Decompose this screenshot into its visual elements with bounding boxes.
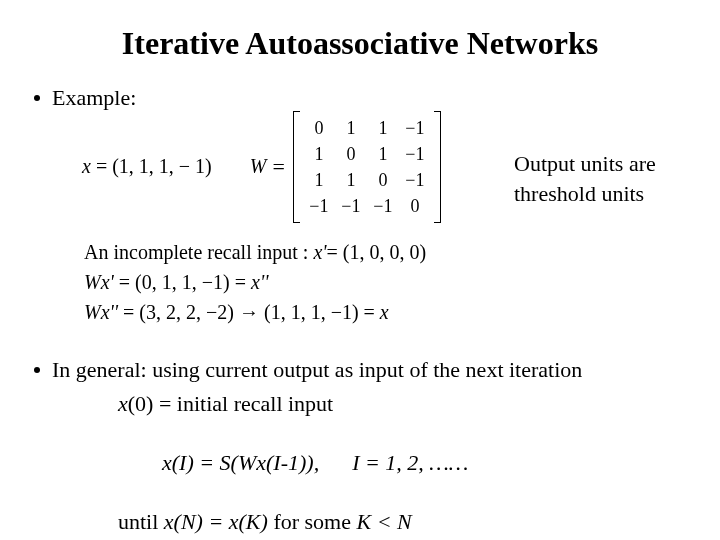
sub-l3-c: for some <box>268 509 357 534</box>
side-note: Output units are threshold units <box>514 149 714 208</box>
matrix-cell: −1 <box>335 193 367 219</box>
sub-line3: until x(N) = x(K) for some K < N <box>118 507 686 537</box>
x-var: x <box>82 155 91 177</box>
general-sublines: x(0) = initial recall input x(I) = S(Wx(… <box>118 389 686 537</box>
w-matrix-body: 011−1101−1110−1−1−1−10 <box>301 111 433 223</box>
sub-l1-b: (0) = initial recall input <box>128 391 333 416</box>
bullet-dot-icon <box>34 95 40 101</box>
matrix-cell: 1 <box>335 115 367 141</box>
bullet-example-text: Example: <box>52 83 136 113</box>
matrix-cell: 1 <box>367 115 399 141</box>
recall-l3-b: = (3, 2, 2, −2) → (1, 1, 1, −1) = <box>118 301 380 323</box>
side-note-line2: threshold units <box>514 179 714 209</box>
recall-line3: Wx'' = (3, 2, 2, −2) → (1, 1, 1, −1) = x <box>84 297 686 327</box>
recall-l1-var: x' <box>313 241 326 263</box>
recall-l2-c: x'' <box>251 271 268 293</box>
matrix-cell: 0 <box>399 193 431 219</box>
matrix-cell: −1 <box>399 167 431 193</box>
bullet-dot-icon <box>34 367 40 373</box>
slide-title: Iterative Autoassociative Networks <box>34 22 686 65</box>
recall-block: An incomplete recall input : x'= (1, 0, … <box>84 237 686 327</box>
matrix-cell: 1 <box>303 141 335 167</box>
w-matrix-eq: W = 011−1101−1110−1−1−1−10 <box>250 111 443 223</box>
matrix-cell: −1 <box>367 193 399 219</box>
recall-l1-rest: = (1, 0, 0, 0) <box>327 241 427 263</box>
recall-l2-a: Wx' <box>84 271 114 293</box>
sub-line1: x(0) = initial recall input <box>118 389 686 419</box>
matrix-cell: −1 <box>399 141 431 167</box>
bullet-example: Example: <box>34 83 686 113</box>
recall-l3-c: x <box>380 301 389 323</box>
bullet-general: In general: using current output as inpu… <box>34 355 686 385</box>
bullet-general-text: In general: using current output as inpu… <box>52 355 582 385</box>
sub-l3-d: K < N <box>356 509 411 534</box>
sub-l3-a: until <box>118 509 164 534</box>
matrix-cell: −1 <box>303 193 335 219</box>
matrix-cell: 0 <box>303 115 335 141</box>
right-bracket-icon <box>433 111 443 223</box>
x-vector-eq: x = (1, 1, 1, − 1) <box>82 153 212 180</box>
matrix-cell: 1 <box>303 167 335 193</box>
recall-l2-b: = (0, 1, 1, −1) = <box>114 271 251 293</box>
recall-l1-prefix: An incomplete recall input : <box>84 241 313 263</box>
sub-l2: x(I) = S(Wx(I-1)), I = 1, 2, …… <box>162 450 468 475</box>
matrix-cell: 0 <box>367 167 399 193</box>
side-note-line1: Output units are <box>514 149 714 179</box>
matrix-cell: 1 <box>367 141 399 167</box>
w-equals: = <box>272 152 284 182</box>
matrix-cell: −1 <box>399 115 431 141</box>
sub-l3-b: x(N) = x(K) <box>164 509 268 534</box>
example-equation-row: x = (1, 1, 1, − 1) W = 011−1101−1110−1−1… <box>34 117 686 223</box>
recall-line1: An incomplete recall input : x'= (1, 0, … <box>84 237 686 267</box>
sub-line2: x(I) = S(Wx(I-1)), I = 1, 2, …… <box>118 418 686 507</box>
w-var: W <box>250 153 267 180</box>
matrix-cell: 0 <box>335 141 367 167</box>
x-vector-value: = (1, 1, 1, − 1) <box>96 155 212 177</box>
w-matrix: 011−1101−1110−1−1−1−10 <box>291 111 443 223</box>
sub-l1-a: x <box>118 391 128 416</box>
recall-line2: Wx' = (0, 1, 1, −1) = x'' <box>84 267 686 297</box>
recall-l3-a: Wx'' <box>84 301 118 323</box>
left-bracket-icon <box>291 111 301 223</box>
matrix-cell: 1 <box>335 167 367 193</box>
